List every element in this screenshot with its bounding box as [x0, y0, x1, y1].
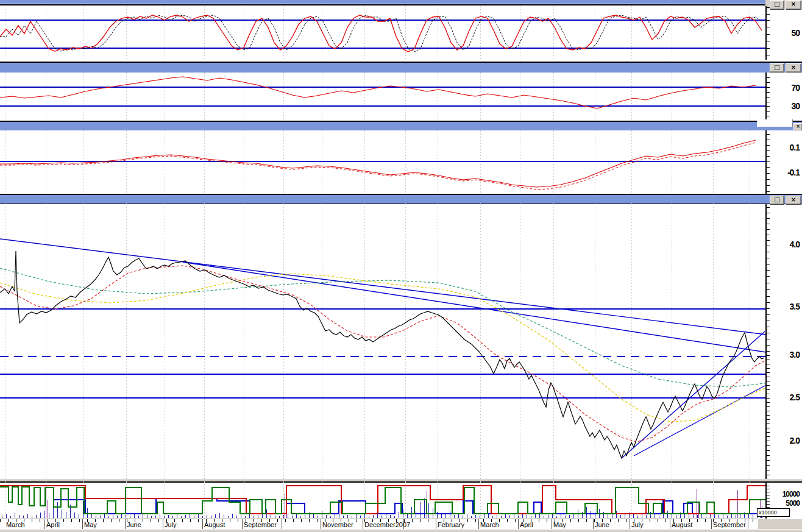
x-axis-month-separator [44, 519, 45, 530]
status-strip [0, 529, 802, 532]
x-axis-month-separator [125, 519, 126, 530]
rsi-axis-label-70: 70 [772, 83, 800, 93]
x-axis-month-label: June [127, 521, 141, 528]
x-axis-month-label: July [631, 521, 644, 528]
x-axis-month-label: March [6, 521, 25, 528]
price-pane-canvas[interactable] [0, 204, 802, 479]
x-axis-month-separator [321, 519, 321, 530]
momentum-axis-label-pos: 0.1 [772, 143, 800, 152]
volume-multiplier-box: x10000 [757, 508, 790, 517]
pane2-maximize-button[interactable]: □ [770, 63, 784, 73]
x-axis-month-separator [748, 519, 748, 530]
x-axis-month-separator [436, 519, 436, 530]
x-axis-month-separator [363, 519, 363, 530]
x-axis-month-separator [202, 519, 203, 530]
charting-workspace: □ × 50 □ × 70 30 × 0.1 -0.1 □ × 4.0 3.5 … [0, 0, 802, 532]
pane3-titlebar[interactable] [0, 122, 802, 131]
x-axis-month-label: March [480, 521, 499, 528]
x-axis-month-separator [518, 519, 519, 530]
x-axis-month-label: June [595, 521, 609, 528]
x-axis-month-separator [630, 519, 630, 530]
x-axis-month-label: August [204, 521, 225, 528]
price-axis-label-4: 4.0 [772, 239, 800, 249]
price-axis-label-25: 2.5 [772, 392, 800, 402]
x-axis-strip: MarchAprilMayJuneJulyAugustSeptemberNove… [0, 519, 802, 530]
x-axis-month-separator [478, 519, 479, 530]
volume-axis-label-10000: 10000 [772, 490, 800, 498]
price-axis-label-3: 3.0 [772, 350, 800, 360]
x-axis-month-separator [552, 519, 552, 530]
pane4-titlebar[interactable] [0, 195, 802, 204]
rsi-pane-canvas[interactable] [0, 73, 802, 120]
volume-pane-canvas[interactable] [0, 481, 802, 519]
x-axis-month-label: August [672, 521, 692, 528]
price-axis-label-2: 2.0 [772, 436, 800, 445]
momentum-axis-label-neg: -0.1 [772, 168, 800, 177]
rsi-axis-label-30: 30 [772, 101, 800, 111]
stochastic-axis-label-50: 50 [772, 28, 800, 38]
pane1-titlebar[interactable] [0, 0, 802, 4]
x-axis-month-label: April [520, 521, 533, 528]
x-axis-month-label: April [46, 521, 60, 528]
stochastic-pane-canvas[interactable] [0, 6, 802, 60]
x-axis-month-separator [242, 519, 243, 530]
momentum-pane-canvas[interactable] [0, 130, 802, 194]
price-axis-label-35: 3.5 [772, 302, 800, 311]
x-axis-month-separator [711, 519, 712, 530]
x-axis-month-label: May [553, 521, 566, 528]
x-axis-month-separator [670, 519, 670, 530]
x-axis-month-label: November [322, 521, 353, 528]
x-axis-month-label: December2007 [364, 521, 410, 528]
x-axis-month-label: July [165, 521, 177, 528]
volume-axis-label-5000: 5000 [772, 499, 800, 508]
x-axis-month-separator [282, 519, 282, 530]
x-axis-month-label: September [713, 521, 746, 528]
pane2-titlebar[interactable] [0, 63, 802, 73]
x-axis-month-label: May [84, 521, 97, 528]
pane3-titlebar-artifact [757, 119, 793, 127]
x-axis-month-separator [163, 519, 163, 530]
pane2-close-button[interactable]: × [786, 63, 801, 73]
x-axis-month-separator [593, 519, 594, 530]
x-axis-month-label: September [244, 521, 277, 528]
x-axis-month-separator [82, 519, 83, 530]
x-axis-month-label: February [438, 521, 464, 528]
